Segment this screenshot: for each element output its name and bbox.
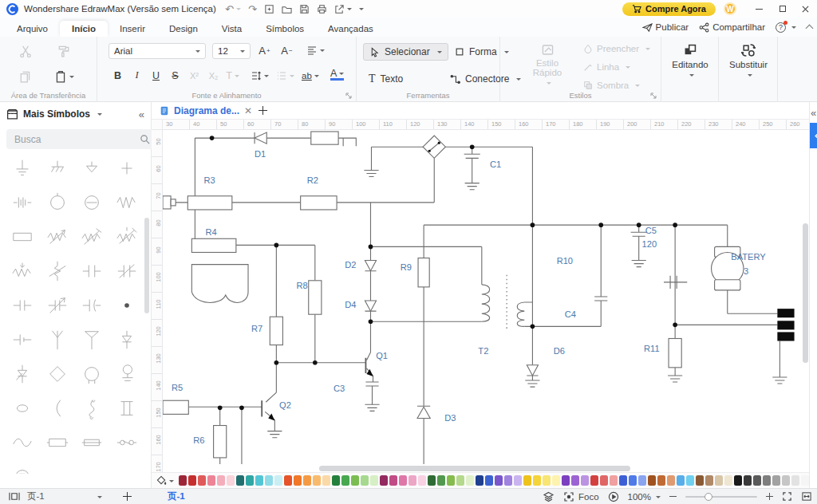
symbol-cross-junction[interactable] — [109, 157, 144, 179]
color-swatch[interactable] — [677, 475, 685, 486]
subscript-button[interactable]: X₂ — [206, 68, 221, 83]
undo-button[interactable]: ↶ — [225, 4, 241, 14]
component-label-q1[interactable]: Q1 — [376, 351, 388, 360]
zoom-out-button[interactable] — [669, 493, 677, 500]
component-label-d1[interactable]: D1 — [255, 149, 266, 159]
symbol-diamond[interactable] — [40, 363, 75, 385]
component-label-d4[interactable]: D4 — [345, 300, 356, 309]
color-swatch[interactable] — [313, 475, 321, 486]
text-tool-button[interactable]: T Texto — [363, 70, 408, 88]
expand-right-panel-button[interactable]: « — [810, 107, 817, 119]
line-style-button[interactable]: Linha — [583, 62, 630, 72]
layers-button[interactable] — [543, 491, 555, 502]
component-label-c4[interactable]: C4 — [565, 309, 576, 319]
component-label-c5[interactable]: C5 — [645, 226, 657, 235]
color-swatch[interactable] — [437, 475, 445, 486]
save-button[interactable] — [299, 4, 310, 14]
color-swatch[interactable] — [274, 475, 282, 486]
color-swatch[interactable] — [734, 475, 742, 486]
color-swatch[interactable] — [523, 475, 531, 486]
color-swatch[interactable] — [696, 475, 704, 486]
symbol-battery-multicell[interactable] — [5, 191, 40, 214]
page-list-caret[interactable] — [97, 496, 102, 501]
symbol-cell[interactable] — [5, 329, 40, 351]
symbol-thyristor[interactable] — [5, 363, 40, 385]
color-swatch[interactable] — [198, 475, 206, 486]
color-swatch[interactable] — [485, 475, 493, 486]
format-panel-button[interactable] — [810, 123, 817, 148]
color-swatch[interactable] — [361, 475, 369, 486]
color-swatch[interactable] — [476, 475, 483, 486]
superscript-button[interactable]: X² — [187, 68, 202, 83]
cut-icon[interactable] — [19, 45, 32, 57]
symbol-transformer-core[interactable] — [109, 397, 144, 419]
color-swatch[interactable] — [629, 475, 637, 486]
new-tab-button[interactable] — [259, 106, 267, 115]
color-swatch[interactable] — [408, 475, 416, 486]
account-badge[interactable]: W — [724, 2, 736, 15]
color-swatch[interactable] — [782, 475, 790, 486]
text-style-button[interactable]: T — [225, 68, 240, 83]
collapse-ribbon-icon[interactable] — [806, 25, 814, 33]
close-button[interactable] — [794, 0, 817, 18]
color-swatch[interactable] — [763, 475, 771, 486]
sidebar-scrollbar[interactable] — [144, 218, 149, 313]
color-swatch[interactable] — [246, 475, 254, 486]
symbol-meter[interactable] — [5, 466, 40, 474]
component-label-r2[interactable]: R2 — [307, 175, 318, 185]
component-label-batery[interactable]: BATERY — [731, 252, 766, 262]
share-button[interactable]: Compartilhar — [699, 22, 765, 33]
align-button[interactable] — [306, 45, 325, 56]
menu-tab-símbolos[interactable]: Símbolos — [254, 21, 316, 37]
color-swatch[interactable] — [217, 475, 225, 486]
decrease-font-button[interactable]: A — [279, 43, 294, 58]
symbol-variable-capacitor[interactable] — [40, 294, 75, 317]
add-page-button[interactable] — [123, 492, 132, 501]
component-label-r10[interactable]: R10 — [557, 256, 573, 266]
redo-button[interactable]: ↷ — [248, 4, 257, 14]
color-swatch[interactable] — [657, 475, 665, 486]
symbol-wave[interactable] — [5, 431, 40, 454]
color-swatch[interactable] — [562, 475, 570, 486]
symbol-lamp-circle[interactable] — [40, 191, 75, 214]
pages-panel-button[interactable] — [8, 491, 21, 502]
symbol-oval[interactable] — [5, 397, 40, 419]
symbol-curve[interactable] — [40, 397, 75, 419]
format-painter-icon[interactable] — [57, 45, 70, 57]
symbol-pickup-coil[interactable] — [75, 466, 110, 474]
color-swatch[interactable] — [447, 475, 455, 486]
line-spacing-button[interactable] — [251, 70, 269, 81]
component-label-3[interactable]: 3 — [744, 266, 748, 276]
color-swatch[interactable] — [495, 475, 503, 486]
fit-width-button[interactable] — [801, 491, 812, 502]
symbol-lamp[interactable] — [75, 363, 110, 385]
color-swatch[interactable] — [514, 475, 522, 486]
color-swatch[interactable] — [351, 475, 359, 486]
component-label-d2[interactable]: D2 — [345, 260, 356, 270]
focus-button[interactable]: Foco — [563, 491, 599, 502]
fill-color-button[interactable] — [156, 475, 174, 486]
symbol-capacitor-small[interactable] — [75, 260, 110, 282]
fullscreen-button[interactable] — [782, 491, 792, 502]
color-swatch[interactable] — [581, 475, 589, 486]
paste-button[interactable] — [54, 70, 74, 83]
color-swatch[interactable] — [667, 475, 675, 486]
zoom-in-button[interactable] — [766, 493, 773, 500]
symbol-resistor-zigzag[interactable] — [109, 191, 144, 214]
color-swatch[interactable] — [753, 475, 761, 486]
color-swatch[interactable] — [207, 475, 215, 486]
bold-button[interactable]: B — [110, 68, 125, 83]
color-swatch[interactable] — [744, 475, 752, 486]
buy-now-button[interactable]: Compre Agora — [622, 2, 716, 16]
publish-button[interactable]: Publicar — [642, 22, 689, 33]
symbol-speaker-node[interactable] — [109, 363, 144, 385]
color-swatch[interactable] — [619, 475, 627, 486]
symbol-signal-ground[interactable] — [75, 157, 110, 179]
menu-tab-arquivo[interactable]: Arquivo — [5, 21, 60, 37]
symbol-diode-antenna[interactable] — [109, 329, 144, 351]
color-swatch[interactable] — [724, 475, 732, 486]
help-button[interactable] — [776, 22, 796, 33]
symbol-resistor-box[interactable] — [5, 226, 40, 248]
symbol-varistor[interactable] — [40, 260, 75, 282]
color-swatch[interactable] — [686, 475, 694, 486]
